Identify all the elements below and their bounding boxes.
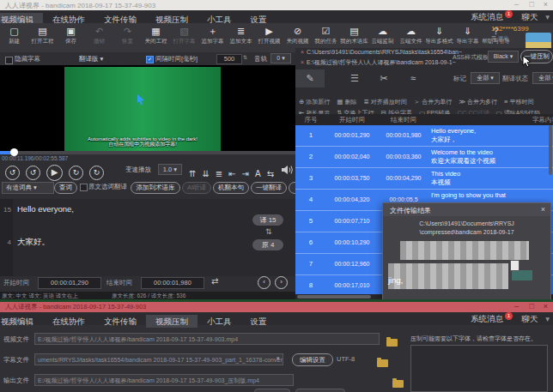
menu-item-4[interactable]: 视频压制 xyxy=(146,315,198,328)
format-icon-2[interactable]: ⇊ xyxy=(202,169,209,178)
next-subtitle-button[interactable]: › xyxy=(275,276,288,289)
front-minimize-button[interactable]: – xyxy=(514,302,519,311)
swap-lines-icon[interactable]: ⇅ xyxy=(265,227,272,236)
subtitle-file-caret-icon[interactable]: ▾ xyxy=(276,355,280,362)
seek-button-4[interactable]: ↻ xyxy=(69,166,83,180)
subtitle-file-browse-icon[interactable] xyxy=(377,359,388,367)
header-index[interactable]: 序号 xyxy=(295,114,326,125)
subtitle-row-3[interactable]: 300:00:03,75000:00:04,290This video本视频 xyxy=(295,168,553,190)
one-key-translate-button[interactable]: 一键翻译 xyxy=(251,182,287,194)
view-tab-3-icon[interactable]: ✂ xyxy=(369,69,398,87)
interval-spinner[interactable]: ⇅ xyxy=(243,54,247,60)
subtitle-file-input[interactable]: uments/RRYSJ/tasks/task16554/bandicam 20… xyxy=(34,353,283,365)
speed-select[interactable]: 1.0 ▾ xyxy=(158,164,182,175)
menu-item-6[interactable]: 设置 xyxy=(241,315,276,328)
prev-subtitle-button[interactable]: ‹ xyxy=(258,276,270,289)
editor-line1-text[interactable]: Hello everyone, xyxy=(17,204,74,214)
account-phone[interactable]: 152****6399 xyxy=(491,25,550,33)
track-select[interactable]: 0 ▾ xyxy=(270,53,291,63)
lookup-word-button[interactable]: 查词 xyxy=(54,182,77,194)
header-start[interactable]: 开始时间 xyxy=(326,114,378,125)
menu-item-5[interactable]: 小工具 xyxy=(198,315,241,328)
ai-transcribe-button[interactable]: AI听译 xyxy=(182,182,211,194)
account-avatar[interactable] xyxy=(526,33,551,50)
add-term-button[interactable]: 添加到术语库 xyxy=(131,182,180,194)
select-translate-checkbox[interactable] xyxy=(80,184,88,191)
dictionary-select[interactable]: 有道词典 ▾ xyxy=(2,182,54,194)
subtitle-editor[interactable]: 15 Hello everyone, 4 大家好。 译 15 ⇅ 原 4 xyxy=(0,199,295,276)
format-icon-5[interactable]: ⇥ xyxy=(242,169,249,178)
header-content[interactable]: 字幕内容 xyxy=(532,114,553,125)
format-icon-4[interactable]: ⇤ xyxy=(228,169,235,178)
view-tab-4-icon[interactable]: ≈ xyxy=(398,69,428,87)
back-maximize-button[interactable]: □ xyxy=(530,0,534,9)
interval-checkbox[interactable]: ✓ xyxy=(146,56,154,63)
menu-item-1[interactable]: 视频编辑 xyxy=(0,315,43,328)
tab1-close-icon[interactable]: × xyxy=(301,49,304,55)
toolbar-button-4[interactable]: ↶撤销 xyxy=(85,23,113,52)
back-close-button[interactable]: × xyxy=(544,0,548,9)
menu-item-3[interactable]: 文件传输 xyxy=(94,315,146,328)
edit-settings-button[interactable]: 编辑设置 xyxy=(292,353,333,366)
header-end[interactable]: 结束时间 xyxy=(378,114,429,125)
front-maximize-button[interactable]: □ xyxy=(530,302,534,311)
front-system-message-button[interactable]: 系统消息 xyxy=(471,314,503,323)
format-icon-1[interactable]: ⇈ xyxy=(189,169,196,178)
status-filter-select[interactable]: 全部 ▾ xyxy=(532,72,553,84)
subtitle-row-1[interactable]: 100:00:01,29000:00:01,980Hello everyone,… xyxy=(295,125,553,147)
format-icon-6[interactable]: A xyxy=(255,169,261,178)
toolbar-button-2[interactable]: ▤打开工程 xyxy=(28,23,57,52)
toolbar-button-5[interactable]: ↷恢复 xyxy=(113,23,142,52)
editor-line2-text[interactable]: 大家好。 xyxy=(17,237,50,248)
toolbar-button-7[interactable]: ▧打开字幕 xyxy=(170,23,198,52)
toolbar-button-1[interactable]: ▢新建 xyxy=(0,23,28,52)
hscrollbar-thumb[interactable] xyxy=(297,295,371,299)
swap-time-icon[interactable]: ⇄ xyxy=(211,276,218,286)
popup-close-icon[interactable]: × xyxy=(541,205,545,214)
front-close-button[interactable]: × xyxy=(544,302,548,311)
bottom-button-sliver-2[interactable] xyxy=(295,389,345,392)
toolbar-button-8[interactable]: ＋追加字幕 xyxy=(198,23,227,52)
video-viewport[interactable]: Automatically adds subtitles to video in… xyxy=(0,65,295,151)
seek-button-2[interactable]: ↺ xyxy=(26,166,40,180)
system-message-button[interactable]: 系统消息 xyxy=(471,12,503,21)
front-chat-button[interactable]: 聊天 xyxy=(522,314,538,323)
toolbar-button-10[interactable]: ▶打开视频 xyxy=(255,23,283,52)
version-dropdown[interactable]: 翻译版 ▾ xyxy=(79,55,103,63)
view-tab-1-icon[interactable]: ✎ xyxy=(295,69,325,87)
hide-subtitle-checkbox[interactable] xyxy=(5,57,13,64)
menu-item-2[interactable]: 在线协作 xyxy=(43,315,94,328)
toolbar-button-9[interactable]: ≣追加文本 xyxy=(227,23,255,52)
vscrollbar-thumb[interactable] xyxy=(549,125,552,175)
file-tab-2[interactable]: ×E:\视频过验\哲学怪人\人人译视界\bandicam 2018-09-1~ xyxy=(301,58,456,67)
output-file-input[interactable]: E:/视频过验/哲学怪人/人人译视界/bandicam 2018-09-17 1… xyxy=(34,374,294,386)
format-icon-7[interactable]: ⇆ xyxy=(267,169,274,178)
play-button[interactable]: ▶ xyxy=(46,165,63,181)
output-file-browse-icon[interactable] xyxy=(392,380,404,388)
video-file-browse-icon[interactable] xyxy=(386,339,398,347)
back-minimize-button[interactable]: – xyxy=(514,0,519,9)
front-menu-caret-icon[interactable]: ▾ xyxy=(545,314,550,323)
mark-filter-select[interactable]: 全部 ▾ xyxy=(471,72,500,84)
video-file-input[interactable]: E:/视频过验/哲学怪人/人人译视界/bandicam 2018-09-17 1… xyxy=(34,333,380,345)
bottom-button-sliver-1[interactable] xyxy=(254,389,290,392)
subtitle-row-2[interactable]: 200:00:02,04000:00:03,360Welcome to the … xyxy=(295,147,553,168)
ass-template-select[interactable]: Black ▾ xyxy=(488,51,519,63)
seek-button-1[interactable]: ↺ xyxy=(5,166,20,180)
machine-translate-button[interactable]: 机翻本句 xyxy=(213,182,249,194)
start-time-input[interactable]: 00:00:01,290 xyxy=(38,277,101,289)
chat-button[interactable]: 聊天 xyxy=(522,12,538,21)
toolbar-button-3[interactable]: ▣保存 xyxy=(57,23,85,52)
menu-caret-icon[interactable]: ▾ xyxy=(545,12,550,21)
seek-button-5[interactable]: ↻ xyxy=(89,166,104,180)
format-icon-3[interactable]: ≣ xyxy=(216,169,222,178)
tab2-close-icon[interactable]: × xyxy=(301,59,304,65)
speaker-icon[interactable] xyxy=(281,165,293,175)
file-tab-1[interactable]: ×C:\Users\91491\Documents\RRYSJ\tasks\ta… xyxy=(301,49,462,55)
front-titlebar[interactable]: 人人译视界 - bandicam 2018-09-17 15-37-49-903… xyxy=(0,302,553,312)
interval-input[interactable]: 500 xyxy=(216,54,242,64)
end-time-input[interactable]: 00:00:01,980 xyxy=(141,277,204,289)
seek-bar[interactable] xyxy=(0,151,295,154)
toolbar-button-6[interactable]: ▦关闭工程 xyxy=(142,23,170,52)
view-tab-2-icon[interactable]: ☰ xyxy=(340,69,369,87)
